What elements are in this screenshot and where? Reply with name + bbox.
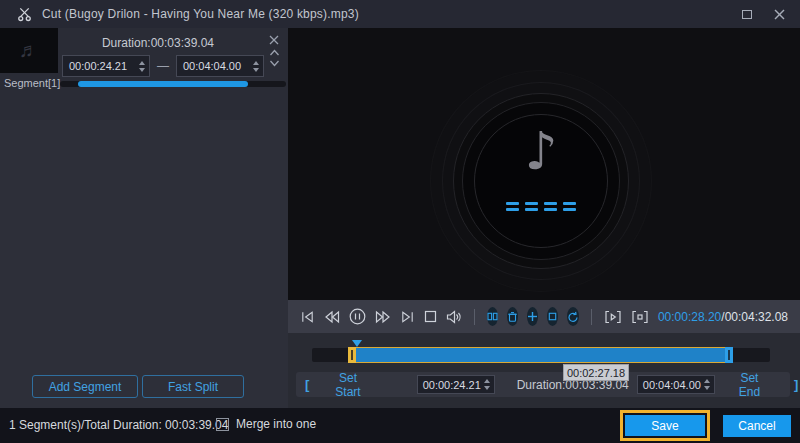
segment-start-spinner[interactable] xyxy=(134,56,149,76)
timeline-tooltip: 00:02:27.18 xyxy=(563,364,629,381)
total-time: 00:04:32.08 xyxy=(725,310,788,324)
scissors-icon xyxy=(16,6,32,22)
maximize-button[interactable] xyxy=(734,0,760,28)
delete-icon xyxy=(507,311,518,322)
segment-item: ♬ Duration:00:03:39.04 00:00:24.21 — 00:… xyxy=(0,28,288,120)
chevron-up-icon[interactable] xyxy=(269,49,280,56)
cancel-button[interactable]: Cancel xyxy=(723,415,791,437)
save-highlight-box: Save xyxy=(620,410,710,441)
spinner-down-icon xyxy=(484,386,490,390)
trim-end-spinner[interactable] xyxy=(701,376,714,393)
play-selection-button[interactable] xyxy=(604,308,622,325)
trim-settings-bar: [ Set Start 00:00:24.21 Duration:00:03:3… xyxy=(296,372,790,397)
segment-range-bar[interactable] xyxy=(60,81,286,87)
rewind-icon xyxy=(324,310,340,324)
reset-icon xyxy=(567,311,579,323)
titlebar: Cut (Bugoy Drilon - Having You Near Me (… xyxy=(0,0,800,28)
add-segment-button[interactable]: Add Segment xyxy=(32,375,138,398)
spinner-down-icon xyxy=(139,68,145,72)
fast-split-button[interactable]: Fast Split xyxy=(142,375,244,398)
play-selection-icon xyxy=(604,309,622,325)
divider xyxy=(591,309,592,325)
add-button[interactable] xyxy=(527,307,538,326)
volume-icon xyxy=(446,310,462,324)
music-note-icon: ♪ xyxy=(475,121,607,181)
maximize-icon xyxy=(742,10,752,19)
segment-end-time-input[interactable]: 00:04:04.00 xyxy=(176,55,264,77)
timeline-row xyxy=(288,336,800,370)
segment-label: Segment[1] xyxy=(4,77,60,89)
audio-preview-area: ♪ xyxy=(288,28,800,300)
trim-start-value: 00:00:24.21 xyxy=(418,379,481,391)
trim-end-value: 00:04:04.00 xyxy=(638,379,701,391)
playback-controls-bar: 00:00:28.20/00:04:32.08 xyxy=(288,300,800,333)
skip-start-button[interactable] xyxy=(300,308,315,325)
crop-icon xyxy=(547,311,558,322)
time-range-dash: — xyxy=(157,59,169,73)
trim-start-input[interactable]: 00:00:24.21 xyxy=(417,375,495,394)
crop-button[interactable] xyxy=(547,307,558,326)
segment-thumbnail[interactable]: ♬ xyxy=(0,28,58,73)
merge-option[interactable]: Merge into one xyxy=(216,417,316,431)
segment-status-text: 1 Segment(s)/Total Duration: 00:03:39.04 xyxy=(9,418,228,432)
album-disc: ♪ xyxy=(453,93,629,269)
skip-end-button[interactable] xyxy=(400,308,415,325)
trim-end-input[interactable]: 00:04:04.00 xyxy=(637,375,715,394)
set-end-bracket-icon: ] xyxy=(794,377,798,392)
chevron-down-icon[interactable] xyxy=(269,60,280,67)
window-title: Cut (Bugoy Drilon - Having You Near Me (… xyxy=(42,7,359,21)
segment-range-fill xyxy=(78,81,248,87)
merge-label: Merge into one xyxy=(236,417,316,431)
set-start-button[interactable]: Set Start xyxy=(335,371,360,399)
spinner-down-icon xyxy=(704,386,710,390)
spinner-down-icon xyxy=(253,68,259,72)
set-start-bracket-icon: [ xyxy=(305,377,309,392)
spinner-up-icon xyxy=(139,61,145,65)
segment-duration-label: Duration:00:03:39.04 xyxy=(60,36,256,50)
remove-segment-icon[interactable] xyxy=(269,35,279,45)
reset-button[interactable] xyxy=(567,307,579,326)
timeline-selection[interactable] xyxy=(348,347,733,363)
pause-button[interactable] xyxy=(349,308,366,325)
timeline-track[interactable] xyxy=(312,348,770,362)
current-time: 00:00:28.20 xyxy=(658,310,721,324)
set-end-button[interactable]: Set End xyxy=(739,371,760,399)
segment-start-time-value: 00:00:24.21 xyxy=(63,60,134,72)
music-note-icon: ♬ xyxy=(19,39,39,62)
add-icon xyxy=(527,311,538,322)
stop-button[interactable] xyxy=(424,308,437,325)
spinner-up-icon xyxy=(704,379,710,383)
segment-end-spinner[interactable] xyxy=(248,56,263,76)
footer-bar: 1 Segment(s)/Total Duration: 00:03:39.04… xyxy=(0,408,800,443)
delete-button[interactable] xyxy=(507,307,518,326)
segment-list-panel: ♬ Duration:00:03:39.04 00:00:24.21 — 00:… xyxy=(0,28,288,408)
preview-player: ♪ xyxy=(288,28,800,408)
save-button[interactable]: Save xyxy=(625,415,705,436)
spinner-up-icon xyxy=(253,61,259,65)
frame-select-button[interactable] xyxy=(631,308,649,325)
fast-forward-icon xyxy=(375,310,391,324)
cut-dialog-window: Cut (Bugoy Drilon - Having You Near Me (… xyxy=(0,0,800,443)
frame-select-icon xyxy=(631,309,649,325)
trim-start-handle[interactable] xyxy=(348,347,356,363)
playhead-marker[interactable] xyxy=(352,340,362,347)
trim-end-handle[interactable] xyxy=(725,347,733,363)
equalizer-bars xyxy=(506,202,576,211)
skip-start-icon xyxy=(300,310,315,324)
segment-start-time-input[interactable]: 00:00:24.21 xyxy=(62,55,150,77)
skip-end-icon xyxy=(400,310,415,324)
fast-forward-button[interactable] xyxy=(375,308,391,325)
volume-button[interactable] xyxy=(446,308,462,325)
trim-start-spinner[interactable] xyxy=(481,376,494,393)
merge-checkbox[interactable] xyxy=(216,418,229,431)
close-icon xyxy=(774,9,785,20)
split-icon xyxy=(487,311,498,322)
playback-time-display: 00:00:28.20/00:04:32.08 xyxy=(658,310,788,324)
spinner-up-icon xyxy=(484,379,490,383)
divider xyxy=(474,309,475,325)
split-button[interactable] xyxy=(487,307,498,326)
segment-end-time-value: 00:04:04.00 xyxy=(177,60,248,72)
rewind-button[interactable] xyxy=(324,308,340,325)
pause-icon xyxy=(349,308,366,325)
close-button[interactable] xyxy=(766,0,792,28)
